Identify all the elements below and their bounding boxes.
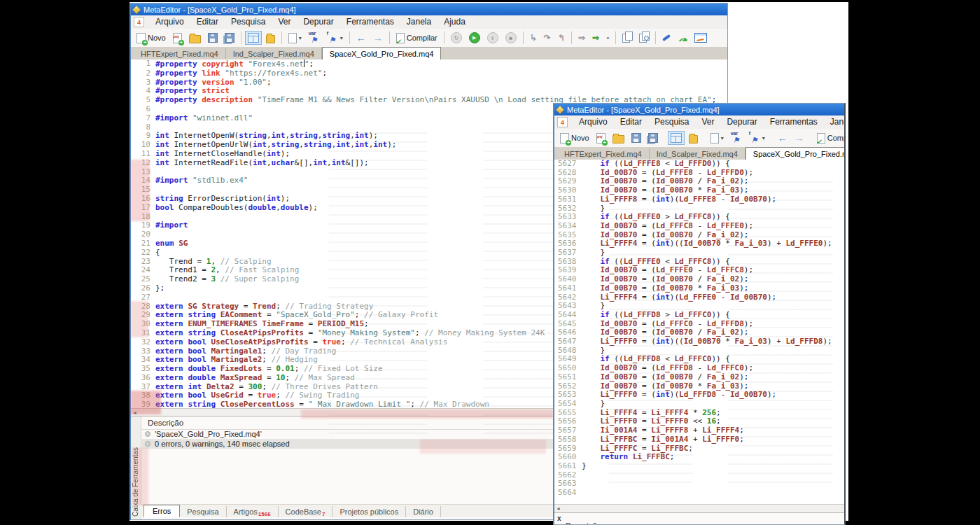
toolbox-tab-projetos-públicos[interactable]: Projetos públicos [332, 506, 406, 517]
open-button[interactable] [610, 131, 627, 146]
step-over-button[interactable]: ↷ [541, 31, 554, 45]
toolbar-separator [444, 31, 444, 44]
menu-item-arquivo[interactable]: Arquivo [573, 115, 614, 129]
styler-button[interactable]: ▾ [286, 31, 304, 46]
code-line[interactable]: 5663 [554, 479, 844, 489]
document-tab[interactable]: HFTExpert_Fixed.mq4 [134, 48, 226, 59]
code-line[interactable]: 1#property copyright "Forex4s.net"; [131, 59, 727, 69]
add-variable-button[interactable]: var⚑ [306, 30, 323, 46]
debug-stop-button[interactable]: ■ [503, 30, 519, 46]
menu-item-editar[interactable]: Editar [614, 115, 648, 129]
new-file-button[interactable]: Novo [134, 31, 169, 46]
toolbox-tab-diário[interactable]: Diário [406, 506, 441, 517]
menu-item-depurar[interactable]: Depurar [297, 15, 340, 29]
run-to-cursor-button[interactable]: ⇒ [589, 31, 602, 45]
file-tree-button[interactable] [263, 31, 278, 46]
title-bar[interactable]: MetaEditor - [SpaceX_Gold_Pro_Fixed.mq4] [554, 104, 844, 115]
save-all-button[interactable] [645, 131, 661, 145]
document-tab[interactable]: Ind_Scalper_Fixed.mq4 [650, 148, 746, 160]
debug-start-button[interactable]: ▶ [466, 30, 483, 46]
menu-item-ajuda[interactable]: Ajuda [438, 15, 472, 29]
code-line[interactable]: 5660 return Li_FFFBC; [554, 453, 844, 462]
description-column-header: Descrição [566, 522, 601, 525]
menu-item-depurar[interactable]: Depurar [720, 115, 763, 129]
new-project-button[interactable]: proj [594, 131, 608, 146]
toolbox-tab-artigos[interactable]: Artigos1566 [227, 506, 279, 517]
document-tab[interactable]: Ind_Scalper_Fixed.mq4 [226, 48, 322, 59]
code-line[interactable]: 5661} [554, 462, 844, 471]
toolbar-button-label: Compilar [827, 134, 844, 142]
code-editor[interactable]: 5627 if ((Ld_FFFE8 < Ld_FFFD0)) {5628 Id… [554, 160, 844, 500]
toolbox-tab-pesquisa[interactable]: Pesquisa [180, 506, 226, 517]
forward-button[interactable]: → [792, 130, 807, 146]
toolbar-separator [655, 31, 656, 44]
scroll-left-arrow-icon[interactable]: ◄ [132, 410, 137, 415]
continue-button[interactable]: ⇒ [575, 31, 588, 45]
menu-item-ver[interactable]: Ver [272, 15, 297, 29]
line-number: 22 [131, 248, 155, 258]
step-into-button[interactable]: ↳ [527, 31, 540, 45]
styler-button[interactable]: ▾ [708, 131, 727, 146]
line-number: 6 [131, 105, 155, 114]
menu-item-arquivo[interactable]: Arquivo [149, 15, 190, 29]
compile-button[interactable]: ✓Compilar [393, 31, 440, 46]
add-variable-button[interactable]: var⚑ [728, 130, 745, 146]
horizontal-scrollbar[interactable]: ◄ [554, 504, 844, 512]
menu-bar: 4 ArquivoEditarPesquisaVerDepurarFerrame… [554, 115, 844, 130]
toolbox-tab-erros[interactable]: Erros [144, 505, 180, 517]
line-number: 5641 [554, 284, 582, 293]
menu-item-ver[interactable]: Ver [695, 115, 720, 129]
toolbar-separator [615, 31, 616, 44]
menu-item-janela[interactable]: Janela [824, 115, 846, 129]
line-number: 5658 [554, 435, 582, 444]
compile-button[interactable]: ✓Compilar [814, 131, 844, 146]
styler-brush-button[interactable] [659, 34, 673, 41]
document-tab[interactable]: HFTExpert_Fixed.mq4 [557, 148, 650, 160]
open-button[interactable] [186, 31, 204, 46]
scroll-left-arrow-icon[interactable]: ◄ [556, 506, 561, 511]
line-number: 5637 [554, 248, 582, 258]
add-function-button[interactable]: f⚑▾ [324, 30, 346, 46]
document-tab-bar: HFTExpert_Fixed.mq4Ind_Scalper_Fixed.mq4… [554, 147, 844, 160]
document-tab[interactable]: SpaceX_Gold_Pro_Fixed.mq4 [322, 47, 442, 60]
document-tab-bar: HFTExpert_Fixed.mq4Ind_Scalper_Fixed.mq4… [131, 47, 727, 60]
step-out-button[interactable]: ↰ [555, 31, 568, 45]
forward-button[interactable]: → [370, 30, 386, 46]
save-button[interactable] [629, 131, 644, 145]
line-number: 2 [131, 69, 155, 78]
back-button[interactable]: ← [354, 30, 369, 46]
menu-item-ferramentas[interactable]: Ferramentas [340, 15, 400, 29]
menu-item-pesquisa[interactable]: Pesquisa [225, 15, 272, 29]
line-number: 5634 [554, 222, 582, 231]
panel-close-button[interactable]: x [557, 515, 561, 522]
add-function-button[interactable]: f⚑▾ [746, 130, 768, 146]
menu-item-pesquisa[interactable]: Pesquisa [648, 115, 695, 129]
debug-restart-button[interactable]: ↻ [448, 30, 465, 46]
break-button[interactable]: ▪ [603, 31, 612, 45]
navigator-toggle-button[interactable] [245, 31, 262, 45]
back-button[interactable]: ← [775, 130, 790, 146]
line-number: 5630 [554, 186, 582, 195]
file-tree-button[interactable] [686, 131, 701, 146]
save-all-button[interactable] [222, 31, 237, 45]
menu-item-ferramentas[interactable]: Ferramentas [764, 115, 824, 129]
toolbox-tab-codebase[interactable]: CodeBase7 [279, 506, 333, 517]
copy-button[interactable] [620, 31, 635, 45]
title-bar[interactable]: MetaEditor - [SpaceX_Gold_Pro_Fixed.mq4] [131, 4, 727, 15]
menu-item-editar[interactable]: Editar [190, 15, 225, 29]
debug-pause-button[interactable]: ‖ [484, 30, 501, 46]
navigator-toggle-button[interactable] [668, 131, 685, 145]
screen-background: MetaEditor - [SpaceX_Gold_Pro_Fixed.mq4]… [0, 0, 980, 525]
code-line[interactable]: 5662 [554, 471, 844, 480]
cloud-storage-button[interactable]: ☁✓ [675, 31, 690, 45]
menu-item-janela[interactable]: Janela [400, 15, 438, 29]
document-tab[interactable]: SpaceX_Gold_Pro_Fixed.mq4 [746, 147, 846, 160]
save-button[interactable] [205, 31, 220, 45]
toolbar-separator [281, 31, 282, 44]
line-number: 5627 [554, 160, 582, 169]
new-project-button[interactable]: proj [170, 31, 185, 46]
open-terminal-button[interactable] [692, 31, 710, 45]
code-line[interactable]: 5664 [554, 489, 844, 498]
profiler-button[interactable] [636, 31, 652, 45]
new-file-button[interactable]: Novo [557, 131, 592, 146]
